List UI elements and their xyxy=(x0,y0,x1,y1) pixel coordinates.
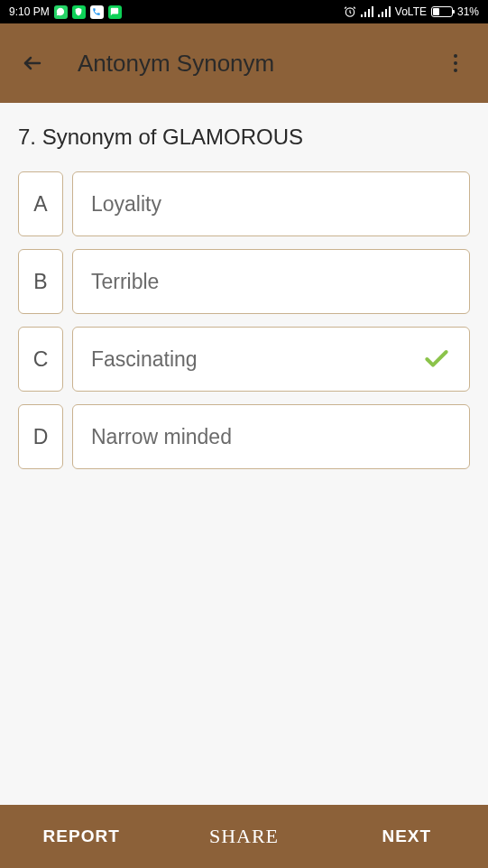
check-icon xyxy=(422,345,451,374)
arrow-left-icon xyxy=(22,52,43,74)
option-row: ALoyality xyxy=(18,171,470,236)
app-title: Antonym Synonym xyxy=(78,50,437,78)
option-letter-b[interactable]: B xyxy=(18,249,63,314)
option-row: DNarrow minded xyxy=(18,404,470,469)
option-letter-d[interactable]: D xyxy=(18,404,63,469)
status-time: 9:10 PM xyxy=(9,5,50,18)
battery-icon xyxy=(431,6,453,17)
option-label: Loyality xyxy=(91,192,161,217)
report-button[interactable]: REPORT xyxy=(0,805,162,868)
question-text: 7. Synonym of GLAMOROUS xyxy=(18,125,470,150)
option-text-d[interactable]: Narrow minded xyxy=(72,404,470,469)
content-area: 7. Synonym of GLAMOROUS ALoyalityBTerrib… xyxy=(0,103,488,805)
whatsapp-icon xyxy=(54,5,68,19)
volte-label: VoLTE xyxy=(395,5,427,18)
more-menu-button[interactable] xyxy=(437,45,474,81)
status-right: VoLTE 31% xyxy=(344,5,479,18)
alarm-icon xyxy=(344,5,356,18)
shield-icon xyxy=(72,5,86,19)
back-button[interactable] xyxy=(14,45,51,81)
option-label: Terrible xyxy=(91,270,159,294)
status-left: 9:10 PM xyxy=(9,5,122,19)
status-bar: 9:10 PM VoLTE 31% xyxy=(0,0,488,23)
option-text-c[interactable]: Fascinating xyxy=(72,327,470,392)
battery-percent: 31% xyxy=(457,5,479,18)
option-letter-a[interactable]: A xyxy=(18,171,63,236)
option-label: Narrow minded xyxy=(91,425,232,449)
app-bar: Antonym Synonym xyxy=(0,23,488,103)
share-button[interactable]: SHARE xyxy=(162,805,325,868)
option-label: Fascinating xyxy=(91,347,198,372)
bottom-bar: REPORT SHARE NEXT xyxy=(0,805,488,868)
chat-icon xyxy=(108,5,122,19)
signal-icon-2 xyxy=(378,6,391,17)
option-letter-c[interactable]: C xyxy=(18,327,63,392)
phone-icon xyxy=(90,5,104,19)
option-text-b[interactable]: Terrible xyxy=(72,249,470,314)
option-text-a[interactable]: Loyality xyxy=(72,171,470,236)
option-row: CFascinating xyxy=(18,327,470,392)
signal-icon xyxy=(361,6,373,17)
dots-vertical-icon xyxy=(454,61,457,65)
next-button[interactable]: NEXT xyxy=(326,805,488,868)
option-row: BTerrible xyxy=(18,249,470,314)
